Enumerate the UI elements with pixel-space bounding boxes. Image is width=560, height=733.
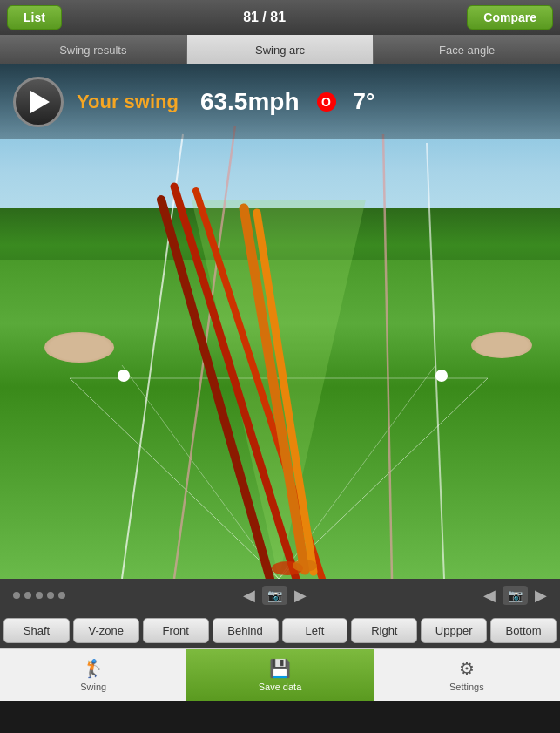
nav-save-data[interactable]: 💾 Save data <box>186 649 373 701</box>
top-bar: List 81 / 81 Compare <box>0 0 560 35</box>
play-icon <box>30 91 50 113</box>
dot-3 <box>36 592 43 599</box>
bottom-nav: 🏌 Swing 💾 Save data ⚙ Settings <box>0 648 560 701</box>
your-swing-label: Your swing <box>77 91 179 113</box>
shaft-button[interactable]: Shaft <box>3 618 70 643</box>
center-playback: ◀ 📷 ▶ <box>243 586 307 605</box>
swing-badge: O <box>317 92 336 112</box>
nav-swing[interactable]: 🏌 Swing <box>0 649 186 701</box>
tab-swing-results[interactable]: Swing results <box>0 35 187 64</box>
tab-bar: Swing results Swing arc Face angle <box>0 35 560 64</box>
front-button[interactable]: Front <box>143 618 209 643</box>
swing-counter: 81 / 81 <box>243 10 286 25</box>
play-button[interactable] <box>13 77 64 127</box>
camera-icon-center[interactable]: 📷 <box>262 586 287 605</box>
dot-4 <box>47 592 54 599</box>
swing-icon: 🏌 <box>83 658 105 679</box>
rewind-button[interactable]: ◀ <box>243 586 255 605</box>
bottom-button[interactable]: Bottom <box>490 618 557 643</box>
dot-1 <box>13 592 20 599</box>
swing-speed: 63.5mph <box>200 88 300 116</box>
tab-swing-arc[interactable]: Swing arc <box>187 35 374 64</box>
dots-indicator <box>13 592 65 599</box>
settings-icon: ⚙ <box>459 658 475 679</box>
v-zone-button[interactable]: V-zone <box>73 618 139 643</box>
forward-button-right[interactable]: ▶ <box>535 586 547 605</box>
swing-angle: 7° <box>354 88 375 115</box>
save-icon: 💾 <box>269 658 291 679</box>
swing-arc-svg <box>0 64 560 579</box>
visualization-area: Your swing 63.5mph O 7° <box>0 64 560 579</box>
ref-dot-left <box>118 370 130 382</box>
forward-button[interactable]: ▶ <box>294 586 307 605</box>
dot-2 <box>24 592 31 599</box>
svg-line-9 <box>427 143 444 579</box>
list-button[interactable]: List <box>7 5 62 30</box>
camera-icon-right[interactable]: 📷 <box>503 586 528 605</box>
compare-button[interactable]: Compare <box>467 5 553 30</box>
rewind-button-right[interactable]: ◀ <box>483 586 496 605</box>
ref-dot-right <box>435 370 448 382</box>
nav-settings[interactable]: ⚙ Settings <box>374 649 560 701</box>
upper-button[interactable]: Uppper <box>421 618 487 643</box>
svg-line-6 <box>122 134 183 579</box>
info-bar: Your swing 63.5mph O 7° <box>0 64 560 139</box>
right-button[interactable]: Right <box>351 618 417 643</box>
controls-area: ◀ 📷 ▶ ◀ 📷 ▶ Shaft V-zone Front Behind Le… <box>0 579 560 648</box>
view-buttons: Shaft V-zone Front Behind Left Right Upp… <box>0 618 560 643</box>
svg-line-8 <box>383 134 392 579</box>
tab-face-angle[interactable]: Face angle <box>374 35 560 64</box>
playback-row: ◀ 📷 ▶ ◀ 📷 ▶ <box>0 586 560 605</box>
right-playback: ◀ 📷 ▶ <box>483 586 547 605</box>
behind-button[interactable]: Behind <box>213 618 279 643</box>
left-button[interactable]: Left <box>282 618 348 643</box>
dot-5 <box>58 592 65 599</box>
svg-point-16 <box>293 560 317 572</box>
